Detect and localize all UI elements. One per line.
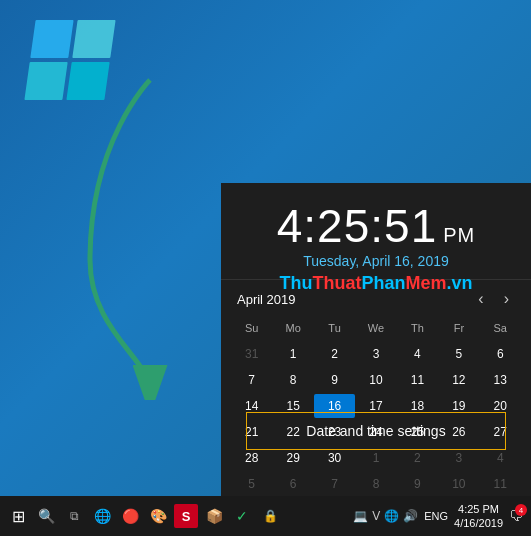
date-display: Tuesday, April 16, 2019 xyxy=(241,253,511,269)
next-month-button[interactable]: › xyxy=(498,288,515,310)
day-header-su: Su xyxy=(231,318,272,338)
day-header-tu: Tu xyxy=(314,318,355,338)
taskbar-left-section: ⊞ 🔍 ⧉ 🌐 🔴 🎨 S 📦 ✓ 🔒 xyxy=(0,504,345,528)
calendar-day-1[interactable]: 1 xyxy=(272,342,313,366)
calendar-day-11[interactable]: 11 xyxy=(397,368,438,392)
taskbar-app-7[interactable]: 🔒 xyxy=(258,504,282,528)
calendar-day-13[interactable]: 13 xyxy=(480,368,521,392)
taskbar-app-3[interactable]: 🎨 xyxy=(146,504,170,528)
time-display: 4:25:51PM xyxy=(241,203,511,249)
taskbar: ⊞ 🔍 ⧉ 🌐 🔴 🎨 S 📦 ✓ 🔒 💻 V 🌐 🔊 ENG 4:25 PM … xyxy=(0,496,531,536)
calendar-header: April 2019 ‹ › xyxy=(221,279,531,318)
taskbar-clock[interactable]: 4:25 PM 4/16/2019 xyxy=(454,502,503,531)
calendar-day-6[interactable]: 6 xyxy=(480,342,521,366)
notification-badge: 4 xyxy=(515,504,527,516)
calendar-day-2[interactable]: 2 xyxy=(314,342,355,366)
calendar-day-36[interactable]: 6 xyxy=(272,472,313,496)
prev-month-button[interactable]: ‹ xyxy=(472,288,489,310)
task-view-icon[interactable]: ⧉ xyxy=(62,504,86,528)
tray-icon-volume[interactable]: 🔊 xyxy=(403,509,418,523)
time-ampm: PM xyxy=(443,224,475,246)
calendar-day-39[interactable]: 9 xyxy=(397,472,438,496)
calendar-navigation: ‹ › xyxy=(472,288,515,310)
calendar-day-9[interactable]: 9 xyxy=(314,368,355,392)
calendar-day-10[interactable]: 10 xyxy=(355,368,396,392)
calendar-day-0[interactable]: 31 xyxy=(231,342,272,366)
calendar-day-7[interactable]: 7 xyxy=(231,368,272,392)
taskbar-app-1[interactable]: 🌐 xyxy=(90,504,114,528)
taskbar-app-4[interactable]: S xyxy=(174,504,198,528)
settings-button-container: Date and time settings xyxy=(221,412,531,450)
time-section: 4:25:51PM Tuesday, April 16, 2019 xyxy=(221,183,531,279)
day-header-th: Th xyxy=(397,318,438,338)
calendar-day-headers: Su Mo Tu We Th Fr Sa xyxy=(221,318,531,338)
taskbar-app-2[interactable]: 🔴 xyxy=(118,504,142,528)
date-time-settings-button[interactable]: Date and time settings xyxy=(246,412,506,450)
tray-icon-3[interactable]: 🌐 xyxy=(384,509,399,523)
start-button[interactable]: ⊞ xyxy=(6,504,30,528)
search-icon[interactable]: 🔍 xyxy=(34,504,58,528)
calendar-day-37[interactable]: 7 xyxy=(314,472,355,496)
system-tray: 💻 V 🌐 🔊 xyxy=(353,509,418,523)
taskbar-date: 4/16/2019 xyxy=(454,516,503,530)
tray-icon-1[interactable]: 💻 xyxy=(353,509,368,523)
taskbar-app-5[interactable]: 📦 xyxy=(202,504,226,528)
taskbar-right-section: 💻 V 🌐 🔊 ENG 4:25 PM 4/16/2019 🗨 4 xyxy=(345,502,531,531)
day-header-fr: Fr xyxy=(438,318,479,338)
month-title[interactable]: April 2019 xyxy=(237,292,296,307)
day-header-we: We xyxy=(355,318,396,338)
taskbar-app-6[interactable]: ✓ xyxy=(230,504,254,528)
language-indicator[interactable]: ENG xyxy=(424,510,448,522)
day-header-sa: Sa xyxy=(480,318,521,338)
calendar-day-38[interactable]: 8 xyxy=(355,472,396,496)
arrow-indicator xyxy=(60,60,200,404)
time-value: 4:25:51 xyxy=(277,200,437,252)
notification-center-button[interactable]: 🗨 4 xyxy=(509,508,523,524)
calendar-day-12[interactable]: 12 xyxy=(438,368,479,392)
calendar-day-35[interactable]: 5 xyxy=(231,472,272,496)
calendar-panel: 4:25:51PM Tuesday, April 16, 2019 ThuThu… xyxy=(221,183,531,496)
calendar-day-5[interactable]: 5 xyxy=(438,342,479,366)
calendar-day-41[interactable]: 11 xyxy=(480,472,521,496)
calendar-day-4[interactable]: 4 xyxy=(397,342,438,366)
day-header-mo: Mo xyxy=(272,318,313,338)
taskbar-time: 4:25 PM xyxy=(458,502,499,516)
calendar-day-8[interactable]: 8 xyxy=(272,368,313,392)
calendar-day-3[interactable]: 3 xyxy=(355,342,396,366)
calendar-day-40[interactable]: 10 xyxy=(438,472,479,496)
tray-icon-2[interactable]: V xyxy=(372,509,380,523)
